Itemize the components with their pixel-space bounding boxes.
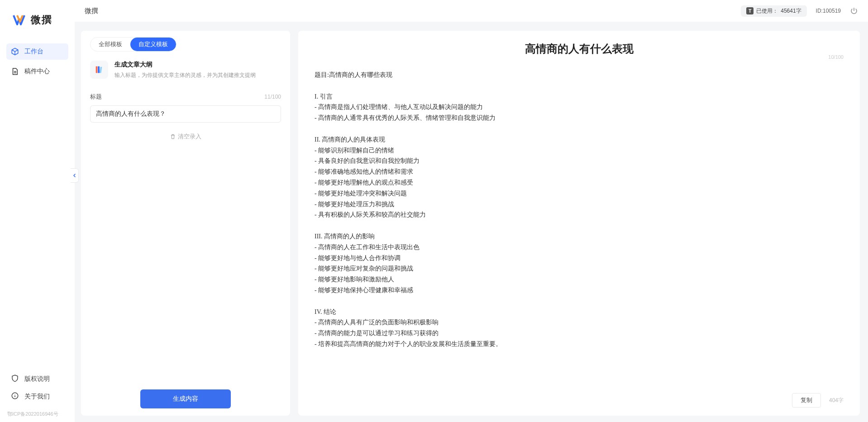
template-title: 生成文章大纲 — [114, 61, 256, 69]
output-title: 高情商的人有什么表现 — [525, 42, 634, 56]
template-card: 生成文章大纲 输入标题，为你提供文章主体的灵感，并为其创建推文提纲 — [90, 61, 281, 79]
trash-icon — [170, 133, 176, 140]
sidebar-collapse-button[interactable] — [71, 168, 79, 183]
brand-logo: 微撰 — [0, 0, 75, 43]
brand-name: 微撰 — [31, 13, 52, 27]
template-tabs: 全部模板 自定义模板 — [90, 37, 176, 52]
power-icon — [850, 7, 858, 15]
page-title: 微撰 — [85, 7, 98, 15]
workspace: 全部模板 自定义模板 生成文章大纲 输入标题，为你提供文章主体的灵感，并为其创建… — [75, 22, 868, 422]
usage-value: 45641字 — [781, 7, 801, 15]
topbar: 微撰 T 已使用：45641字 ID:100519 — [75, 0, 868, 22]
sidebar-item-workbench[interactable]: 工作台 — [6, 43, 68, 60]
clear-label: 清空录入 — [178, 133, 201, 141]
output-panel: 高情商的人有什么表现 10/100 题目:高情商的人有哪些表现 I. 引言 - … — [298, 31, 860, 416]
sidebar-item-drafts[interactable]: 稿件中心 — [6, 63, 68, 80]
output-title-counter: 10/100 — [828, 54, 844, 60]
usage-label: 已使用： — [756, 7, 778, 15]
shield-icon — [11, 374, 19, 384]
tab-custom-templates[interactable]: 自定义模板 — [130, 38, 176, 51]
main-area: 微撰 T 已使用：45641字 ID:100519 全部模板 自定义模板 — [75, 0, 868, 422]
sidebar-nav: 工作台 稿件中心 — [0, 43, 75, 370]
svg-rect-2 — [98, 66, 100, 73]
svg-rect-3 — [100, 66, 102, 73]
user-id: ID:100519 — [816, 8, 841, 14]
sidebar-item-label: 版权说明 — [24, 375, 50, 383]
tab-all-templates[interactable]: 全部模板 — [91, 38, 130, 51]
cube-icon — [11, 47, 19, 56]
output-footer: 复制 404字 — [315, 387, 844, 408]
config-panel: 全部模板 自定义模板 生成文章大纲 输入标题，为你提供文章主体的灵感，并为其创建… — [81, 31, 290, 416]
sidebar-item-label: 稿件中心 — [24, 67, 50, 76]
output-body: 题目:高情商的人有哪些表现 I. 引言 - 高情商是指人们处理情绪、与他人互动以… — [315, 70, 844, 387]
sidebar-item-copyright[interactable]: 版权说明 — [6, 370, 68, 388]
sidebar-bottom: 版权说明 关于我们 — [0, 370, 75, 409]
brand-logo-icon — [13, 13, 27, 27]
title-char-counter: 11/100 — [264, 94, 281, 100]
info-icon — [11, 392, 19, 401]
generate-button[interactable]: 生成内容 — [140, 389, 231, 408]
word-count: 404字 — [829, 397, 844, 404]
usage-badge-icon: T — [746, 7, 754, 14]
copy-button[interactable]: 复制 — [792, 393, 821, 408]
template-desc: 输入标题，为你提供文章主体的灵感，并为其创建推文提纲 — [114, 71, 256, 79]
usage-badge: T 已使用：45641字 — [741, 5, 806, 17]
clear-input-button[interactable]: 清空录入 — [90, 133, 281, 141]
doc-icon — [11, 67, 19, 76]
sidebar-item-label: 关于我们 — [24, 393, 50, 401]
power-button[interactable] — [850, 7, 858, 15]
sidebar-item-label: 工作台 — [24, 47, 43, 56]
title-input[interactable] — [90, 105, 281, 123]
title-field-label: 标题 — [90, 93, 102, 101]
sidebar-item-about[interactable]: 关于我们 — [6, 388, 68, 405]
chevron-left-icon — [72, 173, 77, 178]
svg-rect-1 — [96, 66, 98, 73]
books-icon — [90, 61, 108, 79]
icp-text: 鄂ICP备2022016946号 — [0, 409, 75, 422]
sidebar: 微撰 工作台 稿件中心 版权说明 关于我们 鄂ICP备2022016946号 — [0, 0, 75, 422]
